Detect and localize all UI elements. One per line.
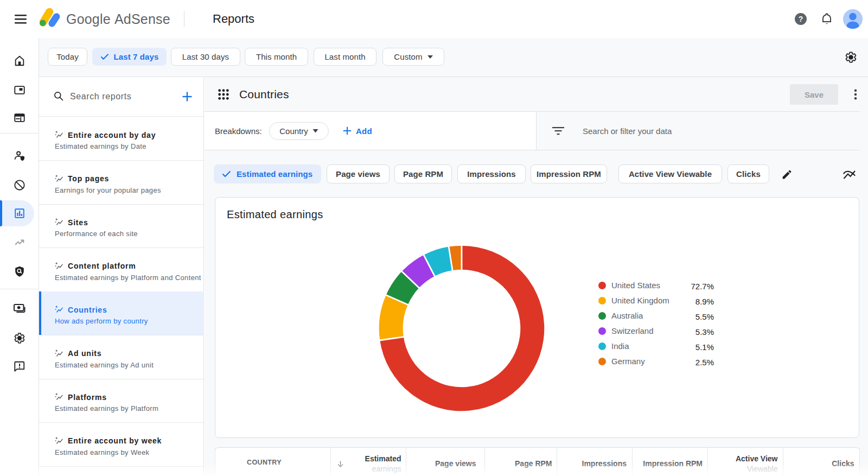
svg-text:?: ? <box>799 15 803 23</box>
